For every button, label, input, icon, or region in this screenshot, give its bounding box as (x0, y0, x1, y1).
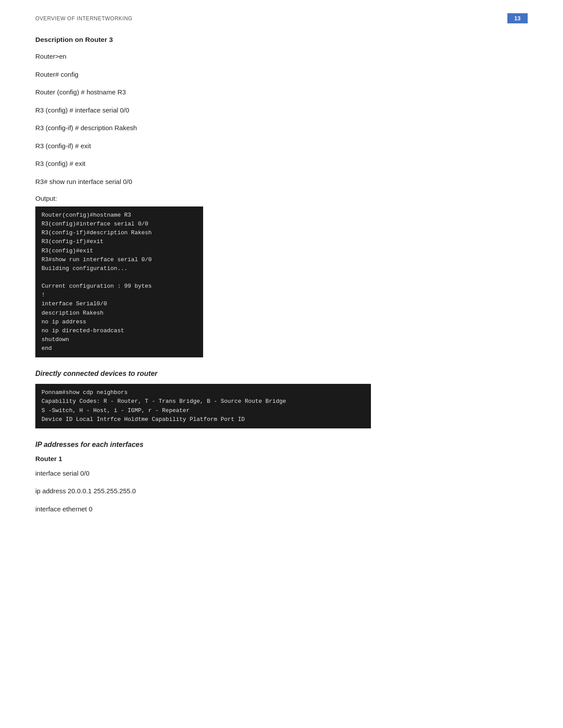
terminal-line (42, 273, 197, 282)
section1-heading: Description on Router 3 (35, 36, 528, 44)
terminal-block-2: Ponnam#show cdp neighbors Capability Cod… (35, 384, 371, 428)
page-header: OVERVIEW OF INTERNETWORKING 13 (35, 13, 528, 23)
terminal-line: end (42, 344, 197, 353)
terminal-line: Router(config)#hostname R3 (42, 211, 197, 220)
ip-line-1: interface serial 0/0 (35, 469, 528, 479)
terminal-line: no ip directed-broadcast (42, 326, 197, 335)
section2-heading: Directly connected devices to router (35, 370, 528, 378)
section-description-router3: Description on Router 3 Router>en Router… (35, 36, 528, 357)
terminal-line: R3(config-if)#exit (42, 237, 197, 246)
terminal-line: description Rakesh (42, 309, 197, 318)
section3-subheading: Router 1 (35, 455, 528, 462)
page: OVERVIEW OF INTERNETWORKING 13 Descripti… (0, 0, 563, 728)
terminal-line: R3(config-if)#description Rakesh (42, 229, 197, 237)
page-number: 13 (507, 13, 528, 23)
line-8: R3# show run interface serial 0/0 (35, 177, 528, 187)
terminal-wide-line: Capability Codes: R - Router, T - Trans … (42, 397, 365, 406)
section-ip-addresses: IP addresses for each interfaces Router … (35, 441, 528, 514)
line-7: R3 (config) # exit (35, 159, 528, 169)
header-title: OVERVIEW OF INTERNETWORKING (35, 15, 132, 22)
section3-heading: IP addresses for each interfaces (35, 441, 528, 449)
terminal-line: shutdown (42, 335, 197, 344)
terminal-wide-line: Device ID Local Intrfce Holdtme Capabili… (42, 415, 365, 424)
line-2: Router# config (35, 70, 528, 80)
terminal-line: interface Serial0/0 (42, 300, 197, 308)
ip-line-2: ip address 20.0.0.1 255.255.255.0 (35, 486, 528, 496)
terminal-line: Current configuration : 99 bytes (42, 282, 197, 291)
terminal-line: R3#show run interface serial 0/0 (42, 255, 197, 264)
line-4: R3 (config) # interface serial 0/0 (35, 105, 528, 116)
output-label: Output: (35, 195, 528, 202)
terminal-wide-line: S -Switch, H - Host, i - IGMP, r - Repea… (42, 406, 365, 415)
terminal-wide-line: Ponnam#show cdp neighbors (42, 388, 365, 397)
terminal-line: R3(config)#exit (42, 247, 197, 255)
terminal-line: Building configuration... (42, 264, 197, 273)
section-directly-connected: Directly connected devices to router Pon… (35, 370, 528, 428)
terminal-line: ! (42, 291, 197, 300)
terminal-line: no ip address (42, 318, 197, 326)
line-3: Router (config) # hostname R3 (35, 87, 528, 98)
line-1: Router>en (35, 52, 528, 62)
terminal-block-1: Router(config)#hostname R3 R3(config)#in… (35, 206, 203, 357)
line-6: R3 (config-if) # exit (35, 141, 528, 151)
ip-line-3: interface ethernet 0 (35, 504, 528, 514)
line-5: R3 (config-if) # description Rakesh (35, 123, 528, 133)
terminal-line: R3(config)#interface serial 0/0 (42, 220, 197, 229)
